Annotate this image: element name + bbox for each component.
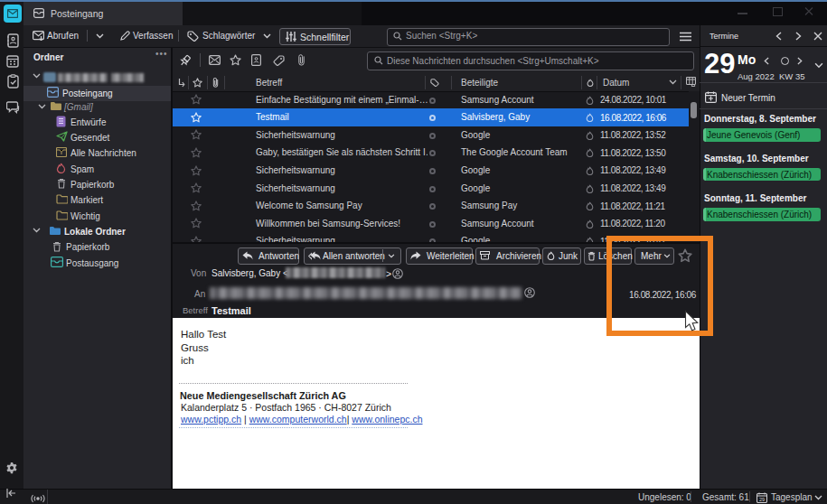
svg-text:29: 29 (759, 497, 765, 502)
